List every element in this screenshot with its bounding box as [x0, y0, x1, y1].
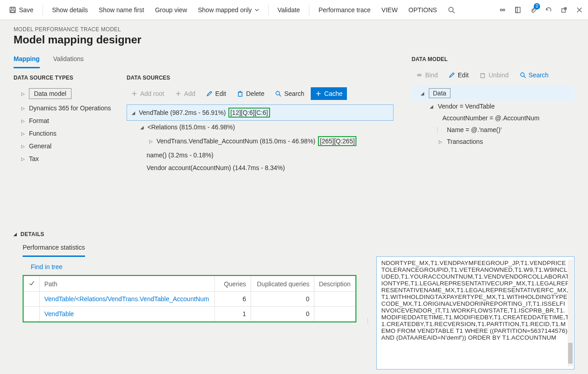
path-link[interactable]: VendTable/<Relations/VendTrans.VendTable…	[44, 295, 209, 303]
dst-label: Data model	[29, 88, 71, 99]
row-checkbox[interactable]	[24, 292, 40, 307]
add-root-button: Add root	[127, 87, 169, 100]
view-menu[interactable]: VIEW	[377, 4, 402, 16]
bind-button[interactable]: Bind	[412, 69, 442, 81]
btn-label: Add	[184, 90, 195, 97]
data-model-panel: DATA MODEL Bind Edit Unbind Search ◢Data…	[407, 49, 588, 227]
separator	[268, 5, 269, 15]
ds-search-button[interactable]: Search	[270, 87, 308, 100]
unbind-button[interactable]: Unbind	[475, 69, 513, 81]
btn-label: Bind	[425, 71, 438, 79]
row-checkbox[interactable]	[24, 307, 40, 322]
performance-trace-button[interactable]: Performance trace	[314, 4, 375, 16]
sql-scroll-thumb[interactable]	[568, 343, 573, 364]
data-sources-toolbar: Add root Add Edit Delete Search Cache	[127, 85, 394, 104]
popout-icon[interactable]	[560, 6, 568, 14]
refresh-icon[interactable]	[545, 6, 553, 14]
dm-row-name[interactable]: ⋮Name = @.'name()'	[412, 124, 574, 136]
dm-label: Name = @.'name()'	[447, 126, 502, 133]
data-sources-tree: ◢ VendTable (987.2ms - 56.91%)[12][Q:6][…	[127, 104, 394, 174]
dst-label: Functions	[29, 130, 57, 137]
dst-label: General	[29, 142, 52, 150]
grip-icon[interactable]: ⋮	[432, 126, 443, 133]
attach-icon[interactable]: 0	[529, 6, 537, 14]
sql-scrollbar[interactable]	[568, 260, 573, 366]
btn-label: Unbind	[488, 71, 508, 79]
ds-label: Vendor account(AccountNum) (144.7ms - 8.…	[147, 164, 285, 171]
group-view-button[interactable]: Group view	[151, 4, 192, 16]
close-icon[interactable]	[575, 6, 583, 14]
show-details-button[interactable]: Show details	[47, 4, 92, 16]
col-dup-queries[interactable]: Duplicated queries	[251, 276, 314, 292]
dm-row-account[interactable]: AccountNumber = @.AccountNum	[412, 112, 574, 124]
sql-output-panel[interactable]: NDORTYPE_MX,T1.VENDPAYMFEEGROUP_JP,T1.VE…	[376, 256, 574, 369]
dm-row-vendor[interactable]: ◢Vendor = VendTable	[412, 100, 574, 112]
dm-row-transactions[interactable]: ▷Transactions	[412, 136, 574, 147]
svg-point-26	[419, 74, 421, 76]
dm-edit-button[interactable]: Edit	[444, 69, 473, 81]
svg-point-5	[500, 9, 502, 11]
dm-row-data[interactable]: ◢Data	[412, 86, 574, 100]
cell-queries: 1	[214, 307, 251, 322]
search-button[interactable]	[443, 4, 460, 16]
perf-stats-tab[interactable]: Performance statistics	[23, 240, 85, 257]
office-icon[interactable]	[514, 6, 522, 14]
dst-item-tax[interactable]: ▷Tax	[14, 152, 122, 165]
path-link[interactable]: VendTable	[44, 310, 74, 317]
delete-button[interactable]: Delete	[232, 87, 269, 100]
btn-label: Add root	[140, 90, 164, 97]
show-name-first-button[interactable]: Show name first	[94, 4, 148, 16]
svg-rect-2	[11, 10, 14, 12]
link-icon[interactable]	[498, 6, 507, 14]
col-queries[interactable]: Queries	[214, 276, 251, 292]
dst-label: Tax	[29, 155, 39, 162]
show-mapped-only-button[interactable]: Show mapped only	[194, 4, 264, 16]
search-icon	[448, 6, 455, 14]
dst-item-general[interactable]: ▷General	[14, 140, 122, 152]
grid-row[interactable]: VendTable/<Relations/VendTrans.VendTable…	[24, 292, 356, 307]
ds-row-vendor-account[interactable]: Vendor account(AccountNum) (144.7ms - 8.…	[127, 161, 394, 174]
dst-item-format[interactable]: ▷Format	[14, 114, 122, 127]
data-source-types-panel: DATA SOURCE TYPES ▷Data model ▷Dynamics …	[14, 72, 122, 227]
data-sources-header: DATA SOURCES	[127, 72, 394, 85]
svg-rect-27	[481, 74, 484, 78]
panel-resize-grip[interactable]: ⋮	[362, 317, 374, 324]
ds-label: name() (3.2ms - 0.18%)	[147, 151, 213, 159]
svg-point-21	[276, 91, 280, 95]
dst-item-d365[interactable]: ▷Dynamics 365 for Operations	[14, 102, 122, 114]
data-source-types-header: DATA SOURCE TYPES	[14, 72, 122, 85]
ds-badge-counts: [12][Q:6][C:6]	[228, 108, 270, 118]
options-menu[interactable]: OPTIONS	[404, 4, 441, 16]
main-columns: DATA SOURCE TYPES ▷Data model ▷Dynamics …	[0, 68, 407, 227]
separator	[43, 5, 43, 15]
edit-button[interactable]: Edit	[202, 87, 231, 100]
save-button[interactable]: Save	[5, 4, 38, 16]
dm-label: Transactions	[447, 138, 483, 145]
ds-row-relations[interactable]: ◢ <Relations (815.0ms - 46.98%)	[127, 121, 394, 133]
svg-line-30	[524, 76, 526, 78]
separator	[309, 5, 309, 15]
dst-label: Dynamics 365 for Operations	[29, 104, 111, 112]
svg-rect-1	[11, 7, 14, 9]
col-path[interactable]: Path	[40, 276, 215, 292]
page-tabs: Mapping Validations	[0, 49, 407, 68]
tab-mapping[interactable]: Mapping	[14, 55, 40, 68]
save-label: Save	[19, 6, 33, 14]
ds-row-name[interactable]: name() (3.2ms - 0.18%)	[127, 149, 394, 161]
details-header[interactable]: ◢DETAILS	[14, 231, 574, 237]
dm-search-button[interactable]: Search	[515, 69, 553, 81]
dst-item-data-model[interactable]: ▷Data model	[14, 85, 122, 102]
ds-row-vendtable[interactable]: ◢ VendTable (987.2ms - 56.91%)[12][Q:6][…	[127, 104, 394, 121]
cache-button[interactable]: Cache	[311, 87, 347, 100]
cell-desc	[314, 292, 355, 307]
tab-validations[interactable]: Validations	[53, 55, 84, 68]
validate-button[interactable]: Validate	[273, 4, 305, 16]
grid-select-all[interactable]	[24, 276, 40, 292]
command-bar: Save Show details Show name first Group …	[0, 0, 588, 20]
command-bar-right: 0	[498, 6, 583, 14]
btn-label: Cache	[324, 90, 342, 97]
grid-row[interactable]: VendTable 1 0	[24, 307, 356, 322]
dst-item-functions[interactable]: ▷Functions	[14, 127, 122, 140]
ds-row-vendtrans[interactable]: ▷ VendTrans.VendTable_AccountNum (815.0m…	[127, 133, 394, 149]
col-description[interactable]: Description	[314, 276, 355, 292]
